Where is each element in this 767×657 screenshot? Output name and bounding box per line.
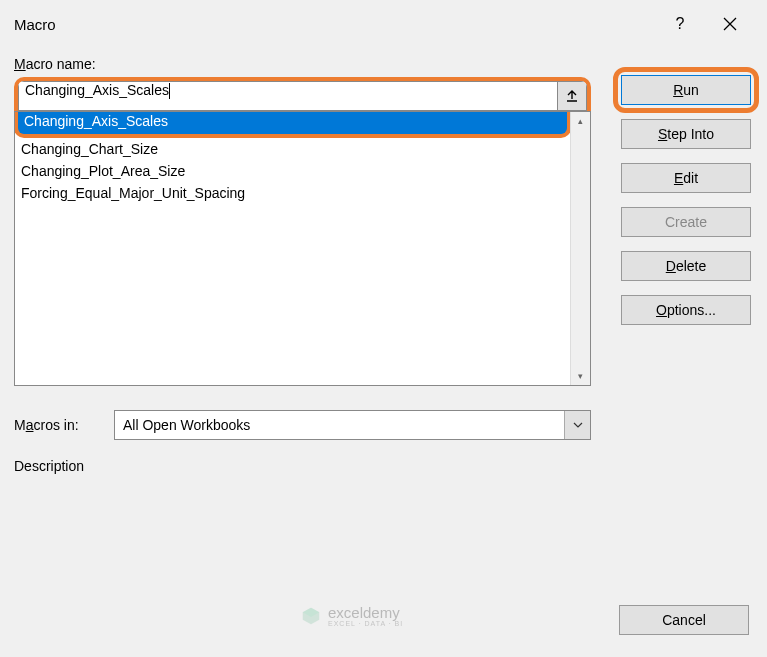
button-column: Run Step Into Edit Create Delete Options… — [621, 56, 751, 474]
description-row: Description — [14, 458, 591, 474]
list-item[interactable]: Forcing_Equal_Major_Unit_Spacing — [15, 182, 570, 204]
options-button[interactable]: Options... — [621, 295, 751, 325]
run-button-wrap: Run — [621, 75, 751, 105]
close-icon — [723, 17, 737, 31]
left-panel: Macro name: Changing_Axis_Scales Changin… — [14, 56, 591, 474]
macros-in-row: Macros in: All Open Workbooks — [14, 410, 591, 440]
run-button[interactable]: Run — [621, 75, 751, 105]
text-cursor — [169, 83, 170, 99]
macro-list: Changing_Axis_ScalesChanging_Chart_SizeC… — [15, 112, 570, 385]
macro-name-input[interactable]: Changing_Axis_Scales — [18, 81, 557, 111]
watermark-icon — [300, 605, 322, 627]
macro-listbox[interactable]: Changing_Axis_ScalesChanging_Chart_SizeC… — [14, 111, 591, 386]
macro-dialog: Macro ? Macro name: Changing_Axis_Scales… — [0, 0, 767, 657]
dialog-title: Macro — [14, 16, 655, 33]
watermark: exceldemy EXCEL · DATA · BI — [300, 605, 403, 627]
cancel-wrap: Cancel — [619, 605, 749, 635]
edit-button[interactable]: Edit — [621, 163, 751, 193]
macros-in-label: Macros in: — [14, 417, 92, 433]
description-label: Description — [14, 458, 92, 474]
help-button[interactable]: ? — [655, 0, 705, 48]
watermark-sub: EXCEL · DATA · BI — [328, 620, 403, 627]
watermark-name: exceldemy — [328, 605, 403, 620]
macro-name-label: Macro name: — [14, 56, 591, 72]
delete-button[interactable]: Delete — [621, 251, 751, 281]
macros-in-dropdown[interactable]: All Open Workbooks — [114, 410, 591, 440]
scrollbar[interactable]: ▴ ▾ — [570, 112, 590, 385]
reference-icon — [565, 89, 579, 103]
close-button[interactable] — [705, 0, 755, 48]
dropdown-arrow — [564, 411, 590, 439]
list-item[interactable]: Changing_Axis_Scales — [15, 112, 570, 138]
scroll-down-icon: ▾ — [578, 371, 583, 381]
reference-button[interactable] — [557, 81, 587, 111]
list-item[interactable]: Changing_Chart_Size — [15, 138, 570, 160]
content-area: Macro name: Changing_Axis_Scales Changin… — [0, 48, 767, 490]
chevron-down-icon — [573, 422, 583, 428]
cancel-button[interactable]: Cancel — [619, 605, 749, 635]
scroll-up-icon: ▴ — [578, 116, 583, 126]
macros-in-value: All Open Workbooks — [123, 417, 250, 433]
titlebar: Macro ? — [0, 0, 767, 48]
list-item[interactable]: Changing_Plot_Area_Size — [15, 160, 570, 182]
name-input-row: Changing_Axis_Scales — [14, 77, 591, 111]
step-into-button[interactable]: Step Into — [621, 119, 751, 149]
create-button: Create — [621, 207, 751, 237]
